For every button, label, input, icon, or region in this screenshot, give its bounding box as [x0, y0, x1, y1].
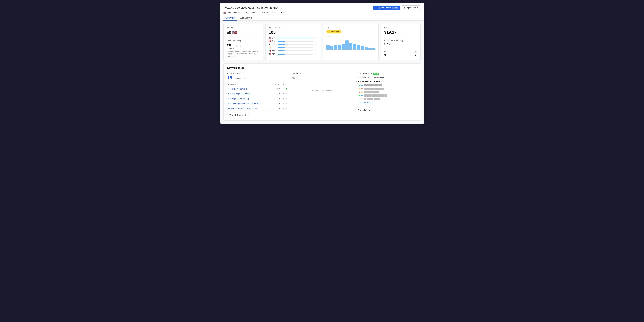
- trend-bar-1: [326, 45, 330, 50]
- trend-bar-5: [342, 44, 345, 50]
- kd-4: n/a: [280, 101, 288, 106]
- trend-bar-11: [364, 47, 368, 50]
- kw-link-5[interactable]: aerial roof inspection work atlanta: [228, 107, 258, 110]
- table-row: roof inspection atlanta ga 20 n/a: [227, 96, 288, 101]
- view-all-clusters-button[interactable]: View all clusters: [356, 108, 374, 112]
- competitive-density-label: Competitive Density: [384, 39, 417, 42]
- volume-label: Volume: [227, 26, 260, 29]
- cluster-item-5: ██ █████ █████: [356, 97, 417, 100]
- kw-link-2[interactable]: free roof inspection atlanta: [228, 92, 251, 95]
- kd-dot-gray-3: [286, 98, 288, 99]
- table-row: aerial roof inspection work atlanta 0 n/…: [227, 106, 288, 111]
- country-filter[interactable]: 🇺🇸 United States ▾: [224, 12, 240, 14]
- trend-bar-8: [353, 44, 356, 50]
- color-seg-2b: [361, 88, 362, 89]
- cpc-label: CPC: [384, 26, 417, 29]
- cpc-divider-2: [384, 48, 417, 48]
- update-counter: 0/250: [392, 7, 398, 9]
- bar-fill-us: [278, 38, 313, 38]
- cluster-text-3: ████████████: [364, 91, 417, 93]
- kd-section: Keyword Difficulty 3% Very easy: [227, 40, 260, 58]
- trend-bar-4: [338, 45, 341, 50]
- kd-value-area: 3% Very easy: [227, 43, 234, 49]
- cluster-item-1: ████ ██████████: [356, 84, 417, 87]
- header-actions: ↻ Update metrics 0/250 ↑ Export to PDF: [373, 6, 420, 10]
- kd-dot-gray-5: [286, 108, 288, 109]
- device-filter[interactable]: 🖥 Desktop ▾: [245, 12, 257, 14]
- trend-bar-3: [334, 45, 337, 50]
- col-header-kd: KD %: [280, 82, 288, 86]
- trend-bar-10: [361, 46, 364, 50]
- flag-my: 🇲🇾: [269, 53, 271, 55]
- clusters-col: Keyword Clusters NEW Get keyword cluster…: [356, 72, 417, 117]
- country-bar-my: 🇲🇾 MY 10: [269, 53, 318, 55]
- ads-metric: Ads 0: [414, 50, 418, 56]
- table-row: free roof inspection atlanta 20 n/a: [227, 91, 288, 96]
- ads-label: Ads: [414, 50, 418, 52]
- bar-fill-my: [278, 54, 285, 54]
- volume-divider: [227, 37, 260, 37]
- cluster-main-title: Roof Inspection atlanta: [356, 80, 417, 82]
- country-bar-dz: 🇩🇿 DZ 10: [269, 44, 318, 46]
- date-filter[interactable]: Jun 20, 2023 ▾: [262, 12, 275, 14]
- col-header-keywords: Keywords: [227, 82, 271, 86]
- flag-in: 🇮🇳: [269, 46, 271, 49]
- no-data-message: We have no data to show.: [292, 89, 352, 92]
- volume-flag: 🇺🇸: [232, 30, 238, 35]
- clusters-header: Keyword Clusters: [356, 72, 372, 74]
- vol-3: 20: [271, 96, 280, 101]
- trend-bar-7: [349, 43, 352, 50]
- kd-2: n/a: [280, 91, 288, 96]
- page-title: Keyword Overview: Roof Inspection atlant…: [224, 6, 282, 9]
- trend-chart: [326, 39, 375, 50]
- kd-label: Keyword Difficulty: [227, 40, 260, 42]
- kd-5: n/a: [280, 106, 288, 111]
- kd-dot-gray-2: [286, 93, 288, 94]
- color-seg-3a: [358, 92, 360, 92]
- update-metrics-button[interactable]: ↻ Update metrics 0/250: [373, 6, 400, 10]
- export-pdf-button[interactable]: ↑ Export to PDF: [402, 6, 420, 10]
- color-seg-1b: [361, 85, 362, 86]
- kw-link-3[interactable]: roof inspection atlanta ga: [228, 98, 250, 100]
- kw-link-1[interactable]: roof inspection atlanta: [228, 88, 247, 90]
- kd-3: n/a: [280, 96, 288, 101]
- cluster-color-bar-3: [358, 92, 362, 92]
- bar-track-dz: [278, 44, 313, 45]
- header-top: Keyword Overview: Roof Inspection atlant…: [224, 6, 421, 10]
- variations-col: Keyword Variations 15 Total volume: 100 …: [227, 72, 288, 117]
- export-label: Export to PDF: [406, 6, 418, 9]
- kd-hint: Your chance to start ranking new pages o…: [227, 50, 260, 58]
- export-icon: ↑: [404, 6, 405, 9]
- pla-ads-row: PLA 0 Ads 0: [384, 50, 417, 56]
- title-prefix: Keyword Overview:: [224, 6, 247, 9]
- keyword-ideas-card: Keyword ideas Keyword Variations 15 Tota…: [224, 64, 421, 120]
- country-bar-us: 🇺🇸 US 50: [269, 37, 318, 39]
- country-name: United States: [227, 12, 239, 14]
- color-seg-1a: [358, 85, 360, 86]
- cluster-color-bar-1: [358, 85, 362, 86]
- col-header-volume: Volume: [271, 82, 280, 86]
- trend-bar-13: [372, 48, 375, 50]
- kw-link-4[interactable]: atlanta georgia drone roof inspection: [228, 102, 260, 105]
- title-info-icon[interactable]: ⓘ: [280, 7, 282, 9]
- country-bar-mx: 🇲🇽 MX 10: [269, 50, 318, 52]
- tab-bulk-analysis[interactable]: Bulk Analysis: [237, 16, 254, 20]
- keyword-ideas-title: Keyword ideas: [227, 66, 417, 69]
- trend-bar-12: [368, 48, 372, 50]
- tab-overview[interactable]: Overview: [224, 16, 237, 20]
- country-bar-list: 🇺🇸 US 50 🇨🇦 CA 10: [269, 37, 318, 55]
- more-clusters-link[interactable]: and more clusters: [356, 102, 417, 104]
- vol-1: 50: [271, 86, 280, 91]
- filters-row: 🇺🇸 United States ▾ 🖥 Desktop ▾ Jun 20, 2…: [224, 12, 421, 14]
- cluster-item-3: ████████████: [356, 90, 417, 94]
- cluster-item-4: ██████████████████: [356, 94, 417, 97]
- pla-metric: PLA 0: [384, 50, 388, 56]
- variations-header: Keyword Variations: [227, 72, 288, 74]
- color-seg-4a: [358, 95, 360, 96]
- view-all-keywords-button[interactable]: View all 15 keywords: [227, 113, 249, 117]
- pla-value: 0: [384, 53, 388, 56]
- table-row: roof inspection atlanta 50 3: [227, 86, 288, 91]
- vol-5: 0: [271, 106, 280, 111]
- device-chevron-icon: ▾: [256, 12, 257, 14]
- currency-display: USD: [280, 12, 284, 14]
